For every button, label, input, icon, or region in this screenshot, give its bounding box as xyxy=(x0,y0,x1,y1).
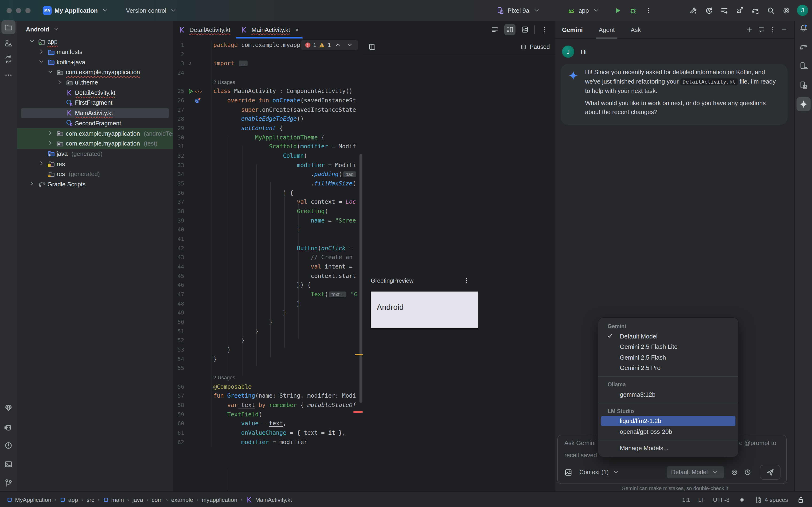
code-line-40[interactable]: 40 ) xyxy=(173,225,363,234)
device-manager-icon[interactable] xyxy=(797,59,811,73)
compose-preview-canvas[interactable]: Android xyxy=(370,291,478,329)
tree-item-res[interactable]: res(generated) xyxy=(17,169,173,179)
code-usages-inlay[interactable]: 2 Usages xyxy=(173,77,363,87)
code-line-31[interactable]: 31 Scaffold(modifier = Modif xyxy=(173,142,363,151)
code-line-61[interactable]: 61 onValueChange = { text = it }, xyxy=(173,428,363,437)
code-line-43[interactable]: 43 // Create an xyxy=(173,253,363,262)
line-ending[interactable]: LF xyxy=(698,496,705,503)
code-line-34[interactable]: 34 .padding(pad xyxy=(173,170,363,179)
tree-item-manifests[interactable]: manifests xyxy=(17,47,173,57)
gemini-status-icon[interactable] xyxy=(738,495,747,504)
breadcrumb-com[interactable]: com xyxy=(152,496,163,503)
new-chat-icon[interactable] xyxy=(744,25,754,34)
code-line-2[interactable]: 2 xyxy=(173,50,363,59)
code-editor[interactable]: 1 1 1package com.example.myappli23import… xyxy=(173,39,363,492)
usages-hint[interactable]: 2 Usages xyxy=(213,375,235,380)
code-view-button[interactable] xyxy=(489,24,500,35)
file-encoding[interactable]: UTF-8 xyxy=(713,496,729,503)
indent-config[interactable]: 4 spaces xyxy=(755,496,788,504)
build-hammer-icon[interactable] xyxy=(689,6,698,15)
breadcrumb-mainactivity-kt[interactable]: MainActivity.kt xyxy=(246,496,292,503)
warning-stripe-mark[interactable] xyxy=(355,354,363,355)
code-line-27[interactable]: 27 super.onCreate(savedInstanceState xyxy=(173,105,363,114)
chevron-down-icon[interactable] xyxy=(47,68,54,76)
chevron-down-icon[interactable] xyxy=(29,38,36,46)
vcs-menu[interactable]: Version control xyxy=(126,6,178,15)
chevron-down-icon[interactable] xyxy=(38,58,45,66)
chat-history-icon[interactable] xyxy=(757,25,766,34)
apply-changes-icon[interactable]: A xyxy=(704,6,713,15)
model-option-gemini-2-5-pro[interactable]: Gemini 2.5 Pro xyxy=(601,363,735,373)
code-line-53[interactable]: 53 } xyxy=(173,345,363,354)
next-problem-icon[interactable] xyxy=(345,40,354,50)
code-line-28[interactable]: 28 enableEdgeToEdge() xyxy=(173,114,363,123)
code-line-36[interactable]: 36 ) { xyxy=(173,188,363,198)
chevron-right-icon[interactable] xyxy=(38,160,45,168)
logcat-icon[interactable] xyxy=(1,420,15,435)
fold-gutter-icon[interactable] xyxy=(188,61,193,66)
profiler-icon[interactable] xyxy=(735,6,744,15)
code-line-46[interactable]: 46 }) { xyxy=(173,280,363,290)
debug-button[interactable] xyxy=(628,6,638,15)
search-icon[interactable] xyxy=(766,6,775,15)
model-option-openai-gpt-oss-20b[interactable]: openai/gpt-oss-20b xyxy=(601,426,735,437)
tab-ask[interactable]: Ask xyxy=(630,21,641,39)
override-gutter-icon[interactable] xyxy=(194,97,201,104)
breadcrumb-main[interactable]: main xyxy=(103,496,124,503)
code-line-45[interactable]: 45 context.start xyxy=(173,271,363,280)
breadcrumb-app[interactable]: app xyxy=(60,496,78,503)
send-button[interactable] xyxy=(760,465,780,480)
chevron-right-icon[interactable] xyxy=(29,180,36,188)
close-tab-icon[interactable]: × xyxy=(295,26,299,33)
code-line-29[interactable]: 29 setContent { xyxy=(173,123,363,133)
notifications-icon[interactable] xyxy=(797,21,811,35)
code-line-58[interactable]: 58 var text by remember { mutableStateOf xyxy=(173,400,363,410)
sync-icon[interactable] xyxy=(1,52,15,66)
project-view-selector[interactable]: Android xyxy=(26,24,61,34)
gemini-icon[interactable] xyxy=(797,97,811,111)
gradle-icon[interactable] xyxy=(797,40,811,54)
breadcrumb-example[interactable]: example xyxy=(171,496,193,503)
code-usages-inlay[interactable]: 2 Usages xyxy=(173,373,363,382)
run-button[interactable] xyxy=(613,6,622,15)
editor-options-kebab-icon[interactable] xyxy=(539,24,550,35)
code-line-38[interactable]: 38 Greeting( xyxy=(173,207,363,216)
code-line-47[interactable]: 47 Text(text = "G xyxy=(173,290,363,299)
close-window-button[interactable] xyxy=(7,8,12,13)
lock-open-icon[interactable] xyxy=(796,495,805,504)
code-line-55[interactable]: 55 xyxy=(173,363,363,373)
project-icon[interactable] xyxy=(1,20,15,34)
chevron-right-icon[interactable] xyxy=(47,129,54,137)
tree-item-firstfragment[interactable]: FirstFragment xyxy=(17,98,173,108)
error-stripe-mark[interactable] xyxy=(353,411,363,413)
prev-problem-icon[interactable] xyxy=(333,40,343,50)
model-option-gemma3-12b[interactable]: gemma3:12b xyxy=(601,389,735,400)
code-line-49[interactable]: 49 } xyxy=(173,308,363,317)
quality-insights-icon[interactable] xyxy=(1,401,15,415)
model-selector-dropdown[interactable]: Default Model xyxy=(667,466,724,478)
breadcrumb-myapplication[interactable]: MyApplication xyxy=(7,496,51,503)
tree-item-com-example-myapplication[interactable]: com.example.myapplication xyxy=(17,67,173,77)
code-line-37[interactable]: 37 val context = Loc xyxy=(173,198,363,207)
more-icon[interactable] xyxy=(1,68,15,82)
context-dropdown[interactable]: Context (1) xyxy=(579,467,621,477)
minimize-window-button[interactable] xyxy=(16,8,21,13)
code-line-59[interactable]: 59 TextField( xyxy=(173,410,363,419)
tree-item-kotlin-java[interactable]: kotlin+java xyxy=(17,57,173,67)
tab-mainactivity[interactable]: MainActivity.kt × xyxy=(235,21,303,39)
chevron-right-icon[interactable] xyxy=(56,78,64,86)
tree-item-ui-theme[interactable]: ui.theme xyxy=(17,77,173,88)
build-variants-icon[interactable] xyxy=(719,6,729,15)
hide-panel-icon[interactable] xyxy=(779,25,789,34)
code-line-50[interactable]: 50 } xyxy=(173,317,363,327)
resource-manager-icon[interactable] xyxy=(1,36,15,50)
settings-icon[interactable] xyxy=(781,6,791,15)
breadcrumb-java[interactable]: java xyxy=(133,496,143,503)
code-line-24[interactable]: 24 xyxy=(173,68,363,77)
tree-item-detailactivity-kt[interactable]: DetailActivity.kt xyxy=(17,88,173,98)
tree-item-com-example-myapplication[interactable]: com.example.myapplication(androidTest) xyxy=(17,128,173,138)
split-view-button[interactable] xyxy=(504,24,515,35)
code-line-25[interactable]: 25</>class MainActivity : ComponentActiv… xyxy=(173,87,363,96)
code-line-26[interactable]: 26 override fun onCreate(savedInstanceSt xyxy=(173,96,363,105)
tab-detailactivity[interactable]: DetailActivity.kt xyxy=(173,21,235,39)
